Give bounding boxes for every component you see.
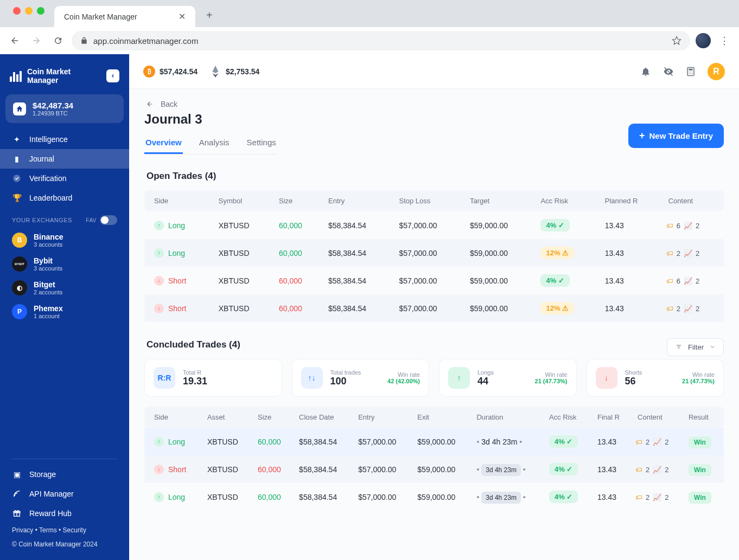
table-row[interactable]: ↓Short XBTUSD 60,000 $58,384.54 $57,000.…	[144, 267, 724, 294]
reload-button[interactable]	[50, 33, 66, 49]
window-controls[interactable]	[5, 7, 50, 15]
nav-intelligence[interactable]: ✦ Intelligence	[0, 130, 129, 149]
footer-security[interactable]: Security	[63, 526, 86, 534]
open-trades-title: Open Trades (4)	[144, 166, 724, 190]
tag-icon: 🏷	[666, 305, 673, 313]
exchange-item[interactable]: BYBIT Bybit 3 accounts	[0, 252, 129, 276]
profile-avatar[interactable]	[696, 33, 711, 48]
nav-leaderboard[interactable]: 🏆 Leaderboard	[0, 188, 129, 208]
table-row[interactable]: ↑Long XBTUSD 60,000 $58,384.54 $57,000.0…	[144, 239, 724, 267]
exchange-logo: B	[12, 233, 27, 248]
exchange-accounts: 3 accounts	[34, 241, 63, 248]
topbar: ₿ $57,424.54 $2,753.54 R	[129, 54, 739, 89]
footer-privacy[interactable]: Privacy	[12, 526, 33, 534]
footer-terms[interactable]: Terms	[39, 526, 57, 534]
browser-tab[interactable]: Coin Market Manager ✕	[54, 6, 195, 27]
chart-icon: 📈	[684, 249, 692, 258]
svg-point-7	[690, 72, 691, 73]
table-row[interactable]: ↑Long XBTUSD 60,000 $58,384.54 $57,000.0…	[144, 211, 724, 239]
chart-icon: 📈	[653, 466, 661, 474]
nav-journal[interactable]: ▮ Journal	[0, 149, 129, 169]
browser-menu-icon[interactable]: ⋮	[716, 35, 732, 47]
tab-close-icon[interactable]: ✕	[179, 11, 186, 22]
exchange-logo: BYBIT	[12, 256, 27, 272]
exchange-item[interactable]: B Binance 3 accounts	[0, 228, 129, 252]
table-row[interactable]: ↑Long XBTUSD 60,000 $58,384.54 $57,000.0…	[144, 428, 724, 455]
exchange-logo: ◐	[12, 280, 27, 295]
updown-icon: ↑↓	[301, 367, 323, 389]
svg-point-6	[689, 72, 690, 73]
chart-icon: 📈	[653, 438, 661, 446]
svg-point-0	[13, 175, 20, 182]
check-circle-icon	[12, 174, 22, 183]
result-badge: Win	[689, 464, 711, 476]
chart-icon: 📈	[684, 277, 692, 285]
window-minimize[interactable]	[25, 7, 33, 15]
tag-icon: 🏷	[666, 277, 673, 285]
table-row[interactable]: ↑Long XBTUSD 60,000 $58,384.54 $57,000.0…	[144, 483, 724, 511]
new-tab-button[interactable]: +	[200, 4, 219, 27]
tag-icon: 🏷	[635, 466, 642, 474]
arrow-down-icon: ↓	[154, 276, 164, 286]
bookmark-icon[interactable]	[672, 36, 681, 46]
arrow-up-icon: ↑	[154, 437, 164, 447]
balance-card[interactable]: $42,487.34 1.24939 BTC	[5, 94, 124, 123]
exchange-item[interactable]: P Phemex 1 account	[0, 300, 129, 324]
url-field[interactable]: app.coinmarketmanager.com	[72, 31, 690, 50]
tab-overview[interactable]: Overview	[144, 132, 183, 154]
bell-icon[interactable]	[640, 66, 651, 77]
rr-icon: R:R	[154, 367, 175, 389]
tag-icon: 🏷	[635, 438, 642, 446]
exchange-accounts: 2 accounts	[34, 289, 62, 295]
sidebar: Coin MarketManager $42,487.34 1.24939 BT…	[0, 54, 129, 560]
exchange-item[interactable]: ◐ Bitget 2 accounts	[0, 276, 129, 300]
bitcoin-icon: ₿	[143, 66, 155, 78]
nav-api-manager[interactable]: API Manager	[0, 484, 129, 504]
storage-icon: ▣	[12, 470, 22, 479]
new-trade-entry-button[interactable]: + New Trade Entry	[628, 124, 724, 148]
btc-price: ₿ $57,424.54	[143, 66, 198, 78]
sparkle-icon: ✦	[12, 135, 22, 144]
window-close[interactable]	[13, 7, 21, 15]
nav-verification[interactable]: Verification	[0, 169, 129, 188]
arrow-down-icon: ↓	[154, 465, 164, 474]
svg-point-11	[692, 73, 693, 74]
exchange-name: Bitget	[34, 280, 62, 289]
tag-icon: 🏷	[635, 493, 642, 501]
back-button[interactable]	[7, 33, 23, 49]
table-row[interactable]: ↓Short XBTUSD 60,000 $58,384.54 $57,000.…	[144, 455, 724, 483]
forward-button[interactable]	[28, 33, 44, 49]
ethereum-icon	[209, 66, 221, 78]
exchange-name: Phemex	[34, 304, 63, 313]
back-link[interactable]: Back	[144, 100, 724, 108]
logo-text: Coin MarketManager	[27, 67, 71, 85]
open-trades-table: Side Symbol Size Entry Stop Loss Target …	[144, 190, 724, 322]
exchange-accounts: 1 account	[34, 313, 63, 319]
tab-settings[interactable]: Settings	[246, 132, 277, 154]
url-text: app.coinmarketmanager.com	[93, 36, 198, 46]
arrow-down-icon: ↓	[154, 304, 164, 313]
sidebar-collapse-button[interactable]	[106, 69, 119, 82]
nav-storage[interactable]: ▣ Storage	[0, 465, 129, 484]
exchange-accounts: 3 accounts	[34, 265, 62, 272]
plus-icon: +	[639, 130, 645, 141]
visibility-off-icon[interactable]	[663, 66, 674, 77]
table-row[interactable]: ↓Short XBTUSD 60,000 $58,384.54 $57,000.…	[144, 294, 724, 322]
browser-chrome: Coin Market Manager ✕ + app.coinmarketma…	[0, 0, 739, 54]
nav-reward-hub[interactable]: Reward Hub	[0, 504, 129, 523]
result-badge: Win	[689, 492, 711, 504]
fav-toggle[interactable]	[100, 215, 117, 225]
home-icon	[13, 102, 26, 115]
exchange-logo: P	[12, 304, 27, 319]
calculator-icon[interactable]	[686, 66, 696, 77]
arrow-up-icon: ↑	[154, 221, 164, 230]
window-maximize[interactable]	[37, 7, 44, 15]
tab-analysis[interactable]: Analysis	[198, 132, 231, 154]
tab-title: Coin Market Manager	[64, 12, 137, 21]
svg-point-9	[689, 73, 690, 74]
user-avatar[interactable]: R	[708, 63, 725, 80]
filter-button[interactable]: Filter	[667, 338, 724, 356]
exchange-name: Bybit	[34, 256, 62, 265]
footer-links: Privacy • Terms • Security	[0, 523, 129, 537]
journal-icon: ▮	[12, 155, 22, 163]
